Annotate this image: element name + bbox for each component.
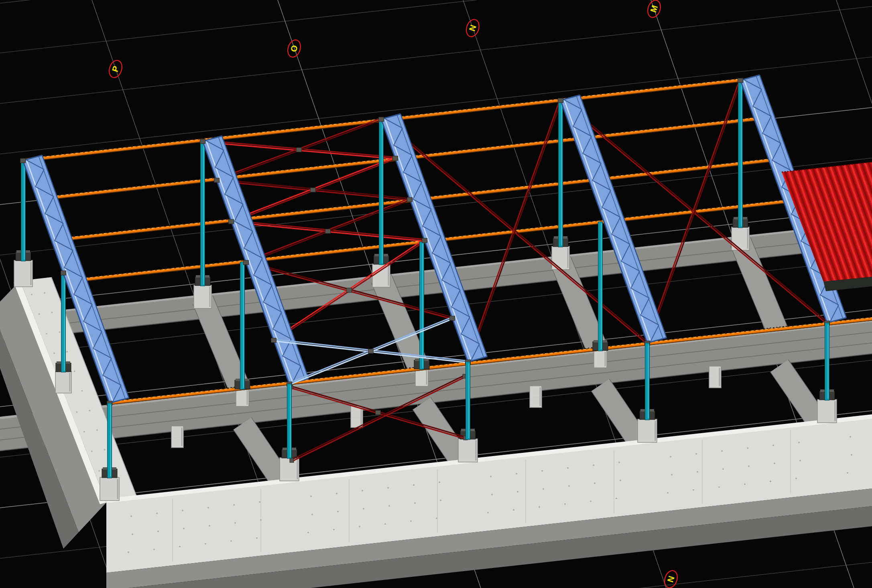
wall-tie-dot: [543, 488, 544, 490]
anchor-bolt-cap: [415, 359, 419, 361]
connection-gusset: [200, 139, 205, 144]
steel-column[interactable]: [61, 273, 66, 372]
steel-column[interactable]: [21, 160, 26, 261]
steel-column[interactable]: [287, 384, 292, 458]
wall-tie-dot: [307, 531, 309, 533]
concrete-pedestal[interactable]: [194, 285, 211, 308]
wall-tie-dot: [359, 526, 360, 527]
wall-tie-dot: [132, 533, 133, 535]
anchor-bolt-assembly: [56, 363, 62, 372]
wall-tie-dot: [695, 453, 697, 454]
anchor-bolt-assembly: [553, 238, 559, 247]
anchor-bolt-cap: [640, 409, 645, 412]
wall-tie-dot: [53, 353, 55, 354]
steel-column[interactable]: [559, 100, 563, 247]
anchor-bolt-assembly: [16, 252, 22, 261]
wall-tie-dot: [721, 450, 723, 452]
concrete-pedestal[interactable]: [14, 260, 33, 287]
anchor-bolt-cap: [245, 379, 249, 381]
connection-gusset: [347, 288, 352, 292]
wall-tie-dot: [157, 531, 159, 532]
wall-tie-dot: [670, 456, 671, 458]
wall-tie-dot: [693, 489, 694, 491]
brace-rod[interactable]: [648, 81, 741, 343]
cad-3d-viewport[interactable]: PONMN: [0, 0, 872, 588]
wall-tie-dot: [722, 468, 724, 470]
anchor-bolt-cap: [112, 467, 116, 470]
anchor-bolt-cap: [374, 254, 379, 256]
brace-rod[interactable]: [467, 100, 560, 361]
steel-column[interactable]: [240, 262, 245, 389]
anchor-bolt-cap: [66, 361, 70, 364]
wall-tie-dot: [39, 313, 40, 315]
model-scene[interactable]: PONMN: [0, 0, 872, 588]
steel-column[interactable]: [420, 242, 424, 369]
anchor-bolt-cap: [205, 275, 209, 278]
wall-tie-dot: [774, 462, 775, 464]
anchor-bolt-assembly: [102, 469, 108, 478]
brace-rod[interactable]: [646, 80, 740, 343]
steel-column[interactable]: [825, 323, 829, 400]
wall-tie-dot: [414, 502, 416, 504]
steel-column[interactable]: [201, 141, 205, 286]
anchor-bolt-assembly: [562, 238, 568, 247]
wall-tie-dot: [697, 471, 698, 472]
wall-tie-dot: [311, 513, 313, 515]
wall-tie-dot: [179, 546, 181, 547]
wall-tie-dot: [744, 483, 746, 485]
wall-tie-dot: [671, 474, 673, 476]
steel-column[interactable]: [738, 80, 743, 228]
concrete-pedestal[interactable]: [817, 399, 837, 423]
concrete-pedestal[interactable]: [458, 439, 478, 462]
anchor-bolt-assembly: [470, 430, 476, 439]
brace-rod[interactable]: [469, 101, 561, 362]
concrete-pedestal[interactable]: [100, 477, 119, 501]
wall-tie-dot: [590, 501, 591, 502]
anchor-bolt-cap: [384, 254, 388, 256]
wall-tie-dot: [436, 517, 437, 519]
wall-tie-dot: [594, 483, 596, 484]
wall-tie-dot: [66, 351, 68, 353]
wall-tie-dot: [541, 470, 543, 472]
grid-label-M[interactable]: M: [646, 0, 663, 19]
connection-gusset: [368, 349, 374, 353]
wall-tie-dot: [440, 499, 441, 501]
wall-tie-dot: [748, 465, 750, 467]
wall-tie-dot: [384, 523, 386, 525]
anchor-bolt-assembly: [282, 449, 288, 458]
anchor-bolt-assembly: [204, 277, 210, 286]
anchor-bolt-cap: [424, 359, 429, 361]
steel-column[interactable]: [598, 222, 603, 351]
steel-column[interactable]: [466, 362, 470, 440]
steel-column[interactable]: [379, 119, 384, 265]
grid-label-N[interactable]: N: [464, 18, 481, 38]
grid-label-text: N: [467, 24, 478, 32]
concrete-pedestal[interactable]: [55, 371, 71, 393]
wall-tie-dot: [46, 333, 47, 335]
wall-tie-dot: [337, 511, 339, 512]
wall-tie-dot: [564, 503, 566, 505]
wall-tie-dot: [618, 462, 620, 463]
connection-gusset: [738, 78, 743, 83]
steel-column[interactable]: [645, 343, 650, 420]
concrete-pedestal[interactable]: [638, 419, 657, 442]
anchor-bolt-cap: [554, 236, 558, 239]
grid-label-text: M: [648, 4, 659, 14]
anchor-bolt-cap: [603, 340, 607, 343]
wall-tie-dot: [539, 506, 540, 508]
wall-tie-dot: [153, 549, 155, 550]
wall-tie-dot: [91, 450, 93, 452]
wall-tie-dot: [799, 460, 801, 461]
wall-tie-dot: [413, 484, 415, 486]
wall-tie-dot: [747, 447, 748, 449]
anchor-bolt-assembly: [819, 391, 825, 400]
wall-tie-dot: [667, 492, 669, 494]
anchor-bolt-assembly: [742, 219, 748, 227]
wall-tie-dot: [847, 472, 848, 474]
grid-label-O[interactable]: O: [286, 38, 303, 59]
grid-label-P[interactable]: P: [107, 59, 124, 79]
grid-label-N[interactable]: N: [663, 569, 679, 588]
steel-column[interactable]: [108, 403, 112, 478]
concrete-pedestal[interactable]: [280, 458, 299, 481]
wall-tie-dot: [104, 449, 106, 450]
